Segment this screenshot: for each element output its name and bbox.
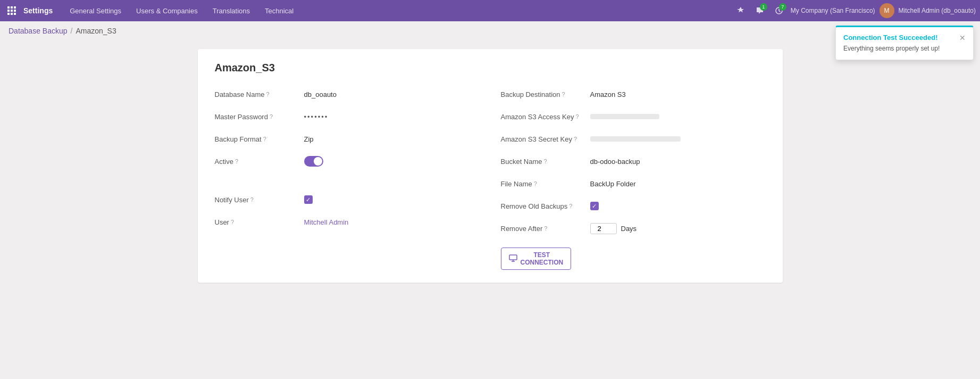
db-name-row: Database Name ? db_ooauto bbox=[215, 87, 480, 102]
backup-format-value: Zip bbox=[304, 135, 314, 143]
active-toggle[interactable] bbox=[304, 156, 323, 167]
notify-user-help-icon[interactable]: ? bbox=[250, 196, 254, 203]
backup-dest-help-icon[interactable]: ? bbox=[562, 91, 565, 97]
active-help-icon[interactable]: ? bbox=[235, 158, 238, 164]
toast-notification: Connection Test Succeeded! ✕ Everything … bbox=[835, 26, 974, 60]
toast-header: Connection Test Succeeded! ✕ bbox=[843, 34, 966, 42]
user-avatar[interactable]: M bbox=[880, 3, 894, 18]
svg-rect-3 bbox=[7, 10, 10, 12]
s3-access-key-masked bbox=[590, 114, 659, 119]
backup-dest-row: Backup Destination ? Amazon S3 bbox=[501, 87, 766, 102]
s3-secret-key-masked bbox=[590, 136, 681, 142]
db-name-help-icon[interactable]: ? bbox=[266, 91, 269, 97]
user-name[interactable]: Mitchell Admin (db_ooauto) bbox=[899, 7, 976, 14]
master-password-value: ••••••• bbox=[304, 113, 329, 121]
toast-body: Everything seems properly set up! bbox=[843, 45, 966, 52]
svg-rect-7 bbox=[11, 13, 13, 15]
s3-secret-key-help-icon[interactable]: ? bbox=[574, 136, 577, 142]
nav-users-companies[interactable]: Users & Companies bbox=[130, 0, 204, 21]
db-name-value: db_ooauto bbox=[304, 90, 337, 98]
remove-after-input[interactable] bbox=[590, 223, 617, 234]
user-row: User ? Mitchell Admin bbox=[215, 215, 480, 229]
remove-old-row: Remove Old Backups ? ✓ bbox=[501, 199, 766, 213]
file-name-help-icon[interactable]: ? bbox=[534, 180, 537, 187]
toast-close-button[interactable]: ✕ bbox=[959, 34, 966, 42]
master-password-help-icon[interactable]: ? bbox=[270, 113, 273, 120]
remove-after-row: Remove After ? Days bbox=[501, 221, 766, 236]
toast-title: Connection Test Succeeded! bbox=[843, 34, 937, 42]
nav-left: Settings General Settings Users & Compan… bbox=[4, 0, 733, 21]
file-name-value: BackUp Folder bbox=[590, 180, 636, 188]
svg-rect-6 bbox=[7, 13, 10, 15]
s3-access-key-label: Amazon S3 Access Key ? bbox=[501, 113, 586, 121]
nav-technical[interactable]: Technical bbox=[258, 0, 300, 21]
master-password-row: Master Password ? ••••••• bbox=[215, 109, 480, 124]
notify-user-checkbox[interactable]: ✓ bbox=[304, 195, 313, 204]
remove-after-label: Remove After ? bbox=[501, 225, 586, 233]
notify-user-label: Notify User ? bbox=[215, 196, 300, 204]
backup-format-label: Backup Format ? bbox=[215, 135, 300, 143]
test-connection-label: TEST CONNECTION bbox=[521, 251, 564, 266]
svg-rect-8 bbox=[14, 13, 16, 15]
file-name-label: File Name ? bbox=[501, 180, 586, 188]
spacer bbox=[215, 176, 480, 185]
remove-old-label: Remove Old Backups ? bbox=[501, 202, 586, 210]
master-password-label: Master Password ? bbox=[215, 113, 300, 121]
top-navbar: Settings General Settings Users & Compan… bbox=[0, 0, 980, 21]
remove-old-help-icon[interactable]: ? bbox=[569, 203, 572, 209]
backup-dest-value: Amazon S3 bbox=[590, 90, 626, 98]
form-title: Amazon_S3 bbox=[215, 62, 766, 74]
company-name[interactable]: My Company (San Francisco) bbox=[791, 7, 875, 14]
form-left-section: Database Name ? db_ooauto Master Passwor… bbox=[215, 87, 480, 270]
test-connection-button[interactable]: TEST CONNECTION bbox=[501, 248, 572, 270]
breadcrumb-separator: / bbox=[71, 27, 73, 35]
remove-after-help-icon[interactable]: ? bbox=[544, 225, 547, 232]
bucket-name-row: Bucket Name ? db-odoo-backup bbox=[501, 154, 766, 169]
form-card: Amazon_S3 Database Name ? db_ooauto Mast… bbox=[198, 49, 783, 283]
notify-user-row: Notify User ? ✓ bbox=[215, 192, 480, 207]
s3-access-key-help-icon[interactable]: ? bbox=[576, 113, 579, 120]
s3-access-key-row: Amazon S3 Access Key ? bbox=[501, 109, 766, 124]
main-content: Amazon_S3 Database Name ? db_ooauto Mast… bbox=[0, 40, 980, 291]
breadcrumb-current: Amazon_S3 bbox=[76, 27, 116, 35]
svg-rect-10 bbox=[509, 255, 517, 260]
backup-dest-label: Backup Destination ? bbox=[501, 90, 586, 98]
bucket-name-help-icon[interactable]: ? bbox=[544, 158, 547, 164]
monitor-icon bbox=[509, 254, 517, 263]
chat-badge: 1 bbox=[760, 3, 767, 11]
user-label: User ? bbox=[215, 218, 300, 226]
user-help-icon[interactable]: ? bbox=[231, 219, 234, 225]
nav-translations[interactable]: Translations bbox=[206, 0, 256, 21]
breadcrumb: Database Backup / Amazon_S3 bbox=[0, 21, 980, 40]
nav-right: 1 7 My Company (San Francisco) M Mitchel… bbox=[733, 3, 976, 18]
svg-rect-5 bbox=[14, 10, 16, 12]
s3-secret-key-label: Amazon S3 Secret Key ? bbox=[501, 135, 586, 143]
db-name-label: Database Name ? bbox=[215, 90, 300, 98]
remove-old-checkbox[interactable]: ✓ bbox=[590, 202, 599, 210]
bucket-name-value: db-odoo-backup bbox=[590, 158, 640, 166]
svg-rect-4 bbox=[11, 10, 13, 12]
nav-general-settings[interactable]: General Settings bbox=[63, 0, 128, 21]
active-row: Active ? bbox=[215, 154, 480, 169]
activity-badge: 7 bbox=[779, 3, 786, 11]
active-label: Active ? bbox=[215, 158, 300, 166]
form-right-section: Backup Destination ? Amazon S3 Amazon S3… bbox=[501, 87, 766, 270]
star-icon[interactable] bbox=[733, 3, 748, 18]
form-grid: Database Name ? db_ooauto Master Passwor… bbox=[215, 87, 766, 270]
bucket-name-label: Bucket Name ? bbox=[501, 158, 586, 166]
backup-format-help-icon[interactable]: ? bbox=[263, 136, 266, 142]
user-value[interactable]: Mitchell Admin bbox=[304, 218, 349, 226]
file-name-row: File Name ? BackUp Folder bbox=[501, 176, 766, 191]
activity-icon[interactable]: 7 bbox=[772, 3, 786, 18]
svg-rect-1 bbox=[11, 6, 13, 9]
svg-rect-0 bbox=[7, 6, 10, 9]
backup-format-row: Backup Format ? Zip bbox=[215, 131, 480, 146]
svg-rect-2 bbox=[14, 6, 16, 9]
app-title: Settings bbox=[23, 6, 53, 15]
s3-secret-key-row: Amazon S3 Secret Key ? bbox=[501, 131, 766, 146]
remove-after-unit: Days bbox=[621, 225, 637, 233]
grid-icon[interactable] bbox=[4, 3, 19, 18]
breadcrumb-parent[interactable]: Database Backup bbox=[9, 27, 68, 35]
chat-icon[interactable]: 1 bbox=[752, 3, 767, 18]
